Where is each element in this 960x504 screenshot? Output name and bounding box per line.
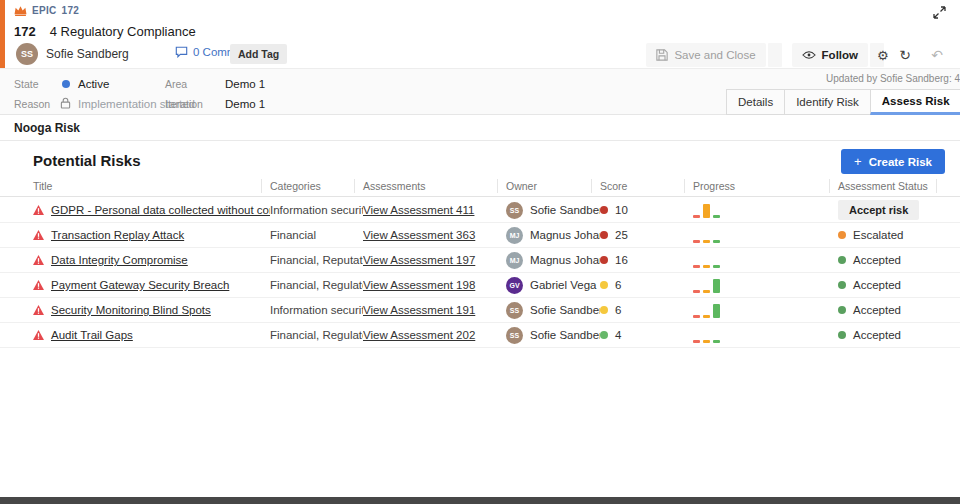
follow-label: Follow bbox=[822, 49, 858, 61]
add-tag-button[interactable]: Add Tag bbox=[230, 44, 287, 64]
risk-title-link[interactable]: GDPR - Personal data collected without c… bbox=[51, 204, 270, 216]
score-dot bbox=[600, 306, 608, 314]
owner-name: Magnus Johansson bbox=[530, 254, 600, 266]
tab-assess-risk[interactable]: Assess Risk bbox=[870, 89, 960, 115]
progress-chart bbox=[693, 227, 720, 243]
column-header-owner: Owner bbox=[506, 175, 600, 197]
view-assessment-link[interactable]: View Assessment 202 bbox=[363, 329, 475, 341]
window-bottom-edge bbox=[0, 497, 960, 504]
risk-warning-icon bbox=[33, 330, 44, 340]
tab-details[interactable]: Details bbox=[726, 89, 784, 115]
refresh-icon[interactable]: ↻ bbox=[894, 44, 916, 66]
work-item-title-row: 172 4 Regulatory Compliance bbox=[14, 24, 196, 39]
view-assessment-link[interactable]: View Assessment 197 bbox=[363, 254, 475, 266]
table-row: Security Monitoring Blind Spots Informat… bbox=[0, 298, 960, 323]
extension-title: Nooga Risk bbox=[14, 121, 80, 135]
risks-table-header: Title Categories Assessments Owner Score… bbox=[0, 175, 960, 197]
score-value: 25 bbox=[615, 229, 628, 241]
column-header-categories: Categories bbox=[270, 175, 363, 197]
assignee-avatar: SS bbox=[16, 43, 38, 65]
crown-icon bbox=[14, 5, 27, 16]
state-color-dot bbox=[62, 80, 70, 88]
status-dot bbox=[838, 331, 846, 339]
risk-warning-icon bbox=[33, 255, 44, 265]
save-and-close-button[interactable]: Save and Close bbox=[646, 43, 765, 67]
accept-risk-button[interactable]: Accept risk bbox=[838, 200, 919, 220]
progress-chart bbox=[693, 202, 720, 218]
owner-avatar: SS bbox=[506, 327, 523, 344]
work-item-id: 172 bbox=[14, 24, 36, 39]
view-assessment-link[interactable]: View Assessment 191 bbox=[363, 304, 475, 316]
epic-color-bar bbox=[0, 0, 5, 68]
column-header-title: Title bbox=[33, 175, 270, 197]
owner-name: Sofie Sandberg bbox=[530, 304, 600, 316]
risk-title-link[interactable]: Transaction Replay Attack bbox=[51, 229, 184, 241]
status-dot bbox=[838, 256, 846, 264]
save-options-chevron[interactable] bbox=[768, 43, 782, 67]
status-dot bbox=[838, 231, 846, 239]
risks-table-body: GDPR - Personal data collected without c… bbox=[0, 198, 960, 348]
settings-gear-icon[interactable]: ⚙ bbox=[870, 43, 884, 67]
form-tabs: Details Identify Risk Assess Risk ↺ 14 bbox=[726, 89, 960, 115]
follow-eye-icon bbox=[802, 50, 816, 60]
iteration-value[interactable]: Demo 1 bbox=[225, 98, 265, 110]
risk-title-link[interactable]: Security Monitoring Blind Spots bbox=[51, 304, 211, 316]
assignee-name: Sofie Sandberg bbox=[46, 47, 129, 61]
save-split-button: Save and Close bbox=[646, 43, 781, 67]
table-row: Payment Gateway Security Breach Financia… bbox=[0, 273, 960, 298]
risk-categories: Financial bbox=[270, 229, 316, 241]
area-value[interactable]: Demo 1 bbox=[225, 78, 265, 90]
risk-categories: Information security bbox=[270, 304, 363, 316]
save-and-close-label: Save and Close bbox=[674, 49, 755, 61]
column-header-status: Assessment Status bbox=[838, 175, 945, 197]
table-row: Transaction Replay Attack Financial View… bbox=[0, 223, 960, 248]
view-assessment-link[interactable]: View Assessment 363 bbox=[363, 229, 475, 241]
risk-warning-icon bbox=[33, 280, 44, 290]
lock-icon bbox=[60, 97, 71, 109]
undo-icon[interactable]: ↶ bbox=[926, 44, 948, 66]
risk-categories: Financial, Regulatory bbox=[270, 279, 363, 291]
score-value: 16 bbox=[615, 254, 628, 266]
work-item-breadcrumb: EPIC 172 bbox=[14, 5, 79, 16]
column-header-assessments: Assessments bbox=[363, 175, 506, 197]
assignee-field[interactable]: SS Sofie Sandberg bbox=[16, 43, 129, 65]
progress-chart bbox=[693, 302, 720, 318]
plus-icon: + bbox=[854, 154, 862, 169]
reason-field-label: Reason bbox=[14, 98, 50, 110]
assessment-status: Accepted bbox=[853, 254, 901, 266]
tab-identify-risk[interactable]: Identify Risk bbox=[784, 89, 870, 115]
owner-avatar: SS bbox=[506, 302, 523, 319]
progress-chart bbox=[693, 277, 720, 293]
score-value: 6 bbox=[615, 279, 621, 291]
follow-button[interactable]: Follow bbox=[792, 43, 868, 67]
score-value: 4 bbox=[615, 329, 621, 341]
view-assessment-link[interactable]: View Assessment 198 bbox=[363, 279, 475, 291]
risk-title-link[interactable]: Audit Trail Gaps bbox=[51, 329, 133, 341]
assessment-status: Escalated bbox=[853, 229, 904, 241]
expand-icon[interactable] bbox=[933, 6, 946, 19]
risk-warning-icon bbox=[33, 305, 44, 315]
owner-name: Sofie Sandberg bbox=[530, 329, 600, 341]
state-value[interactable]: Active bbox=[78, 78, 109, 90]
progress-chart bbox=[693, 252, 720, 268]
view-assessment-link[interactable]: View Assessment 411 bbox=[363, 204, 474, 216]
extension-header: Nooga Risk bbox=[0, 116, 960, 141]
assessment-status: Accepted bbox=[853, 329, 901, 341]
score-dot bbox=[600, 256, 608, 264]
iteration-field-label: Iteration bbox=[165, 98, 203, 110]
risk-title-link[interactable]: Data Integrity Compromise bbox=[51, 254, 188, 266]
owner-avatar: MJ bbox=[506, 252, 523, 269]
score-dot bbox=[600, 231, 608, 239]
table-row: GDPR - Personal data collected without c… bbox=[0, 198, 960, 223]
create-risk-button[interactable]: + Create Risk bbox=[841, 149, 945, 174]
progress-chart bbox=[693, 327, 720, 343]
state-field-label: State bbox=[14, 78, 39, 90]
assessment-status: Accepted bbox=[853, 279, 901, 291]
work-item-title[interactable]: 4 Regulatory Compliance bbox=[50, 24, 196, 39]
score-dot bbox=[600, 281, 608, 289]
risk-title-link[interactable]: Payment Gateway Security Breach bbox=[51, 279, 229, 291]
column-header-progress: Progress bbox=[693, 175, 838, 197]
work-item-form: EPIC 172 172 4 Regulatory Compliance SS … bbox=[0, 0, 960, 504]
work-item-id-link[interactable]: 172 bbox=[62, 5, 80, 16]
owner-avatar: MJ bbox=[506, 227, 523, 244]
